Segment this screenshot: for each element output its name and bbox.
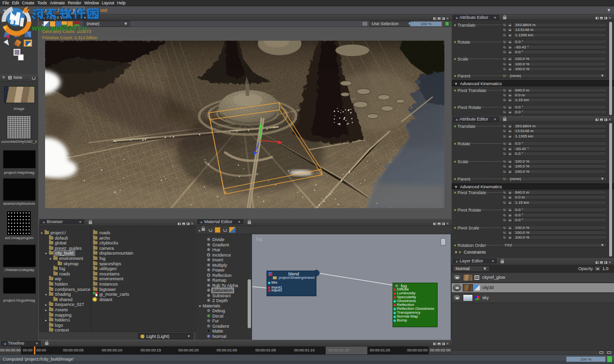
svg-text:www.pc6339.cn: www.pc6339.cn xyxy=(31,24,87,32)
